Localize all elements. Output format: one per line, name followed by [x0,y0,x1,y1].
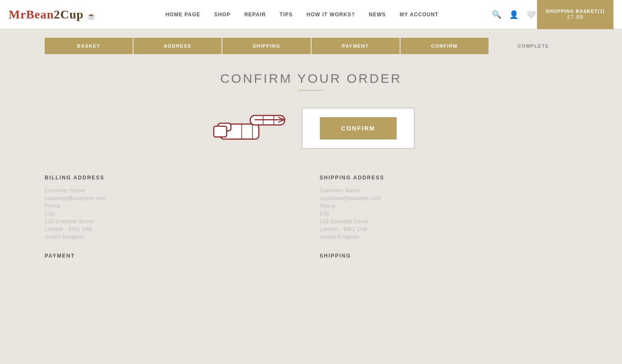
nav-repair[interactable]: REPAIR [244,12,266,18]
search-icon[interactable]: 🔍 [491,9,503,21]
step-basket[interactable]: BASKET [45,38,133,54]
nav-shop[interactable]: SHOP [214,12,231,18]
nav-tips[interactable]: TIPS [279,12,293,18]
account-icon[interactable]: 👤 [508,9,520,21]
shipping-line-6: United Kingdom [320,234,578,240]
site-logo[interactable]: MrBean2Cup ☕ [9,8,96,21]
header-icons: 🔍 👤 🤍 [491,9,537,21]
step-payment[interactable]: PAYMENT [312,38,400,54]
shipping-line-4: 123 Example Street [320,218,578,224]
nav-how-it-works[interactable]: HOW IT WORKS? [306,12,355,18]
progress-bar: BASKET ADDRESS SHIPPING PAYMENT CONFIRM … [45,38,577,54]
billing-line-3: City [45,211,303,217]
shipping-line-5: London - SW1 1AB [320,226,578,232]
confirm-button[interactable]: CONFIRM [320,117,397,140]
main-content: CONFIRM YOUR ORDER [0,54,622,283]
billing-line-6: United Kingdom [45,234,303,240]
step-complete: COMPLETE [489,38,577,54]
billing-line-5: London - SW1 1AB [45,226,303,232]
shipping-line-3: City [320,211,578,217]
svg-rect-3 [214,126,227,137]
shipping-line-1: customer@example.com [320,195,578,201]
confirm-section: CONFIRM [45,108,577,149]
cart-button[interactable]: SHOPPING BASKET(1) £7.99 [537,0,613,29]
billing-line-2: Phone [45,203,303,209]
billing-address-heading: BILLING ADDRESS [45,175,303,181]
cart-price: £7.99 [567,14,583,20]
confirm-box: CONFIRM [302,108,415,149]
step-shipping[interactable]: SHIPPING [222,38,310,54]
title-divider [298,90,324,91]
lower-info-grid: BILLING ADDRESS Customer Name customer@e… [45,175,577,266]
nav-news[interactable]: NEWS [369,12,386,18]
step-address[interactable]: ADDRESS [134,38,221,54]
shipping-method-heading: SHIPPING [320,253,578,259]
step-confirm[interactable]: CONFIRM [401,38,488,54]
header: MrBean2Cup ☕ HOME PAGE SHOP REPAIR TIPS … [0,0,622,29]
page-title: CONFIRM YOUR ORDER [45,71,577,86]
shipping-line-0: Customer Name [320,188,578,194]
billing-address-section: BILLING ADDRESS Customer Name customer@e… [45,175,303,266]
payment-heading: PAYMENT [45,253,303,259]
cart-label: SHOPPING BASKET(1) [546,9,605,14]
shipping-address-section: SHIPPING ADDRESS Customer Name customer@… [320,175,578,266]
pointing-hand-illustration [207,109,302,148]
nav-home[interactable]: HOME PAGE [165,12,200,18]
billing-line-1: customer@example.com [45,195,303,201]
wishlist-icon[interactable]: 🤍 [525,9,537,21]
nav-my-account[interactable]: MY ACCOUNT [400,12,439,18]
hand-icon [212,111,297,146]
shipping-line-2: Phone [320,203,578,209]
billing-line-4: 123 Example Street [45,218,303,224]
billing-line-0: Customer Name [45,188,303,194]
shipping-address-heading: SHIPPING ADDRESS [320,175,578,181]
main-nav: HOME PAGE SHOP REPAIR TIPS HOW IT WORKS?… [113,12,491,18]
